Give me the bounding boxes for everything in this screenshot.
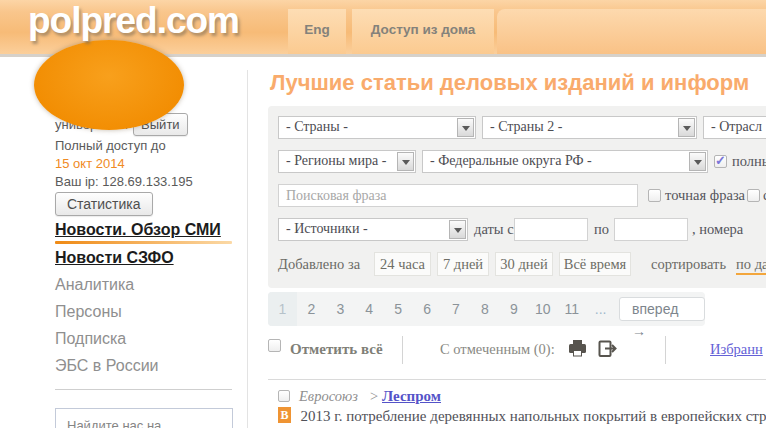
source-badge: В xyxy=(278,407,291,423)
dropdown-arrow-icon xyxy=(449,220,466,239)
sidebar-nav: Новости. Обзор СМИ Новости СЗФО Аналитик… xyxy=(55,220,235,376)
date-from-input[interactable] xyxy=(514,218,588,241)
mark-all-label: Отметить всё xyxy=(290,341,383,358)
page-title: Лучшие статьи деловых изданий и информ xyxy=(270,70,749,96)
period-24h-button[interactable]: 24 часа xyxy=(374,252,431,276)
article-category: Евросоюз xyxy=(299,388,358,405)
page-link[interactable]: 8 xyxy=(470,292,499,326)
print-icon[interactable] xyxy=(568,340,588,361)
actions-row: Отметить всё С отмеченным (0): Избранн xyxy=(268,338,766,368)
logo-dome xyxy=(34,40,184,130)
dropdown-arrow-icon xyxy=(397,152,414,171)
content-rule xyxy=(268,379,766,380)
article-headline[interactable]: 2013 г. потребление деревянных напольных… xyxy=(300,408,766,424)
header: polpred.com Eng Доступ из дома xyxy=(0,0,766,57)
sidebar-item-ebs-russia[interactable]: ЭБС в России xyxy=(55,356,235,376)
exact-phrase-label: точная фраза xyxy=(665,187,745,204)
search-input[interactable] xyxy=(278,184,638,207)
world-regions-select[interactable]: - Регионы мира - xyxy=(278,150,416,173)
page-link[interactable]: 6 xyxy=(413,292,442,326)
date-to-input[interactable] xyxy=(614,218,688,241)
countries-select[interactable]: - Страны - xyxy=(278,116,476,139)
breadcrumb-separator: > xyxy=(370,388,378,405)
dropdown-arrow-icon xyxy=(689,152,706,171)
export-icon[interactable] xyxy=(598,340,618,362)
next-page-button[interactable]: вперед → xyxy=(619,297,705,321)
sidebar-item-persons[interactable]: Персоны xyxy=(55,302,235,322)
content-divider xyxy=(247,70,248,428)
filter-row-5: Добавлено за 24 часа 7 дней 30 дней Всё … xyxy=(268,252,766,276)
with-marked-label: С отмеченным (0): xyxy=(440,341,555,358)
full-text-label: полны xyxy=(732,153,766,170)
added-label: Добавлено за xyxy=(278,256,360,273)
sidebar-item-subscription[interactable]: Подписка xyxy=(55,329,235,349)
active-item-underline xyxy=(55,241,232,244)
dropdown-arrow-icon xyxy=(457,118,474,137)
page-link[interactable]: 9 xyxy=(499,292,528,326)
sort-by-date-link[interactable]: по да xyxy=(736,256,766,275)
page-link[interactable]: 10 xyxy=(528,292,557,326)
sort-label: сортировать xyxy=(651,256,726,273)
page-link[interactable]: 11 xyxy=(557,292,586,326)
ip-address: Ваш ip: 128.69.133.195 xyxy=(55,173,235,191)
industries-select[interactable]: - Отрасл xyxy=(703,116,766,139)
separator xyxy=(402,336,403,364)
date-to-label: по xyxy=(594,221,609,238)
facebook-widget[interactable]: Найдите нас на Facebook xyxy=(55,408,233,428)
filter-row-2: - Регионы мира - - Федеральные округа РФ… xyxy=(268,150,766,174)
sidebar-item-news-smi[interactable]: Новости. Обзор СМИ xyxy=(55,220,235,240)
mark-all-checkbox[interactable] xyxy=(268,339,281,352)
filter-row-4: - Источники - даты с по , номера xyxy=(268,218,766,242)
site-logo[interactable]: polpred.com xyxy=(28,0,239,42)
tab-eng[interactable]: Eng xyxy=(288,9,346,54)
access-info: Полный доступ до 15 окт 2014 Ваш ip: 128… xyxy=(55,137,235,191)
filter-row-1: - Страны - - Страны 2 - - Отрасл xyxy=(268,116,766,140)
favorites-link[interactable]: Избранн xyxy=(710,341,763,358)
countries2-select[interactable]: - Страны 2 - xyxy=(482,116,697,139)
full-text-checkbox[interactable] xyxy=(714,155,727,168)
page-link[interactable]: 4 xyxy=(355,292,384,326)
period-7d-button[interactable]: 7 дней xyxy=(437,252,489,276)
main-content: Лучшие статьи деловых изданий и информ -… xyxy=(268,66,766,428)
second-checkbox[interactable] xyxy=(747,189,760,202)
filter-row-3: точная фраза с xyxy=(268,184,766,208)
pagination: 1 2 3 4 5 6 7 8 9 10 11 ... вперед → xyxy=(268,292,705,326)
dropdown-arrow-icon xyxy=(678,118,695,137)
statistics-button[interactable]: Статистика xyxy=(55,192,153,216)
sources-select[interactable]: - Источники - xyxy=(278,218,468,241)
page-1-current: 1 xyxy=(268,292,297,326)
article-headline-row: В 2013 г. потребление деревянных напольн… xyxy=(278,407,766,425)
numbers-label: , номера xyxy=(692,221,743,238)
page-ellipsis: ... xyxy=(586,292,615,326)
federal-districts-select[interactable]: - Федеральные округа РФ - xyxy=(422,150,708,173)
page-link[interactable]: 2 xyxy=(297,292,326,326)
tab-home-access[interactable]: Доступ из дома xyxy=(352,9,494,54)
access-label: Полный доступ до xyxy=(55,137,235,155)
filter-panel: - Страны - - Страны 2 - - Отрасл - Регио… xyxy=(268,106,766,288)
sidebar-divider xyxy=(55,389,232,390)
separator xyxy=(665,336,666,364)
article-section-link[interactable]: Леспром xyxy=(382,388,441,405)
period-all-button[interactable]: Всё время xyxy=(559,252,631,276)
date-from-label: даты с xyxy=(474,221,514,238)
article-checkbox[interactable] xyxy=(278,390,290,402)
sidebar-item-analytics[interactable]: Аналитика xyxy=(55,275,235,295)
sidebar-item-news-szfo[interactable]: Новости СЗФО xyxy=(55,248,235,268)
page: polpred.com Eng Доступ из дома Санкт-Пет… xyxy=(0,0,766,428)
period-30d-button[interactable]: 30 дней xyxy=(495,252,553,276)
page-link[interactable]: 5 xyxy=(384,292,413,326)
sidebar: Санкт-Петербургский государственный унив… xyxy=(55,75,235,428)
exact-phrase-checkbox[interactable] xyxy=(648,189,661,202)
page-link[interactable]: 7 xyxy=(442,292,471,326)
access-date: 15 окт 2014 xyxy=(55,155,235,173)
header-band xyxy=(497,9,766,54)
page-link[interactable]: 3 xyxy=(326,292,355,326)
